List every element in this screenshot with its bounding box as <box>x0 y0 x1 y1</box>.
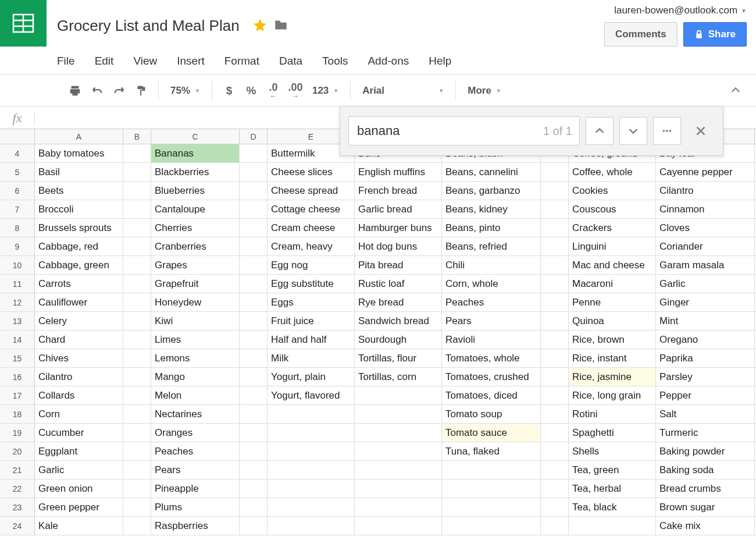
cell[interactable]: Blueberries <box>151 182 240 200</box>
cell[interactable]: Hot dog buns <box>355 237 442 255</box>
menu-view[interactable]: View <box>133 55 157 68</box>
cell[interactable]: Kale <box>35 517 123 535</box>
row-header[interactable]: 12 <box>0 293 35 311</box>
paint-format-button[interactable] <box>130 80 152 102</box>
cell[interactable] <box>240 275 268 293</box>
cell[interactable] <box>240 293 268 311</box>
cell[interactable] <box>355 461 442 479</box>
cell[interactable] <box>240 424 268 442</box>
cell[interactable]: Pepper <box>656 386 755 404</box>
cell[interactable] <box>240 479 268 498</box>
cell[interactable]: Blackberries <box>151 163 240 181</box>
redo-button[interactable] <box>108 80 130 102</box>
cell[interactable] <box>123 331 151 349</box>
sheets-app-icon[interactable] <box>0 0 47 47</box>
print-button[interactable] <box>64 80 86 102</box>
cell[interactable] <box>541 479 569 498</box>
cell[interactable]: Green pepper <box>35 498 123 516</box>
cell[interactable]: Beans, cannelini <box>442 163 541 181</box>
row-header[interactable]: 9 <box>0 237 35 255</box>
cell[interactable]: Peaches <box>442 293 541 311</box>
cell[interactable]: Eggs <box>268 293 355 311</box>
cell[interactable] <box>541 256 569 274</box>
cell[interactable] <box>268 405 355 423</box>
cell[interactable]: Rice, brown <box>569 331 656 349</box>
cell[interactable] <box>541 275 569 293</box>
cell[interactable] <box>268 442 355 460</box>
cell[interactable]: Tortillas, corn <box>355 368 442 386</box>
cell[interactable] <box>541 386 569 404</box>
row-header[interactable]: 7 <box>0 200 35 218</box>
find-input[interactable] <box>356 123 539 139</box>
cell[interactable]: Yogurt, plain <box>268 368 355 386</box>
cell[interactable]: Linguini <box>569 237 656 255</box>
cell[interactable]: Bananas <box>151 144 240 162</box>
cell[interactable]: Cabbage, red <box>35 237 123 255</box>
cell[interactable]: Yogurt, flavored <box>268 386 355 404</box>
cell[interactable] <box>541 293 569 311</box>
row-header[interactable]: 10 <box>0 256 35 274</box>
cell[interactable] <box>541 200 569 218</box>
cell[interactable]: Penne <box>569 293 656 311</box>
cell[interactable]: Cream, heavy <box>268 237 355 255</box>
row-header[interactable]: 4 <box>0 144 35 162</box>
menu-data[interactable]: Data <box>279 55 302 68</box>
cell[interactable] <box>123 293 151 311</box>
cell[interactable]: Macaroni <box>569 275 656 293</box>
cell[interactable]: Cucumber <box>35 424 123 442</box>
cell[interactable]: Cinnamon <box>656 200 755 218</box>
cell[interactable]: Oranges <box>151 424 240 442</box>
cell[interactable] <box>268 498 355 516</box>
undo-button[interactable] <box>86 80 108 102</box>
cell[interactable] <box>123 312 151 330</box>
cell[interactable]: Spaghetti <box>569 424 656 442</box>
row-header[interactable]: 19 <box>0 424 35 442</box>
row-header[interactable]: 5 <box>0 163 35 181</box>
cell[interactable] <box>240 498 268 516</box>
row-header[interactable]: 23 <box>0 498 35 516</box>
row-header[interactable]: 14 <box>0 331 35 349</box>
cell[interactable] <box>240 312 268 330</box>
cell[interactable]: Sandwich bread <box>355 312 442 330</box>
share-button[interactable]: Share <box>683 22 747 47</box>
cell[interactable]: Cloves <box>656 219 755 237</box>
column-header-B[interactable]: B <box>123 129 151 144</box>
cell[interactable]: Half and half <box>268 331 355 349</box>
cell[interactable]: Mint <box>656 312 755 330</box>
font-dropdown[interactable]: Arial ▼ <box>356 85 450 97</box>
cell[interactable]: Garlic <box>35 461 123 479</box>
cell[interactable]: Paprika <box>656 349 755 367</box>
cell[interactable]: Celery <box>35 312 123 330</box>
cell[interactable]: Coriander <box>656 237 755 255</box>
cell[interactable]: Mango <box>151 368 240 386</box>
menu-tools[interactable]: Tools <box>322 55 348 68</box>
cell[interactable]: Tea, black <box>569 498 656 516</box>
cell[interactable] <box>240 368 268 386</box>
cell[interactable] <box>355 424 442 442</box>
cell[interactable]: Brussels sprouts <box>35 219 123 237</box>
cell[interactable]: Fruit juice <box>268 312 355 330</box>
cell[interactable]: Grapefruit <box>151 275 240 293</box>
cell[interactable]: Tomatoes, diced <box>442 386 541 404</box>
cell[interactable]: French bread <box>355 182 442 200</box>
row-header[interactable]: 8 <box>0 219 35 237</box>
cell[interactable] <box>240 461 268 479</box>
cell[interactable]: Garlic bread <box>355 200 442 218</box>
cell[interactable] <box>355 442 442 460</box>
cell[interactable] <box>268 461 355 479</box>
cell[interactable] <box>355 405 442 423</box>
cell[interactable]: Cookies <box>569 182 656 200</box>
cell[interactable] <box>123 368 151 386</box>
cell[interactable] <box>442 479 541 498</box>
cell[interactable] <box>541 461 569 479</box>
cell[interactable]: Beans, garbanzo <box>442 182 541 200</box>
cell[interactable]: Milk <box>268 349 355 367</box>
cell[interactable]: Cream cheese <box>268 219 355 237</box>
cell[interactable]: Baby tomatoes <box>35 144 123 162</box>
menu-help[interactable]: Help <box>429 55 451 68</box>
cell[interactable]: Turmeric <box>656 424 755 442</box>
cell[interactable]: Basil <box>35 163 123 181</box>
cell[interactable]: Beets <box>35 182 123 200</box>
cell[interactable] <box>541 219 569 237</box>
cell[interactable]: Pineapple <box>151 479 240 498</box>
